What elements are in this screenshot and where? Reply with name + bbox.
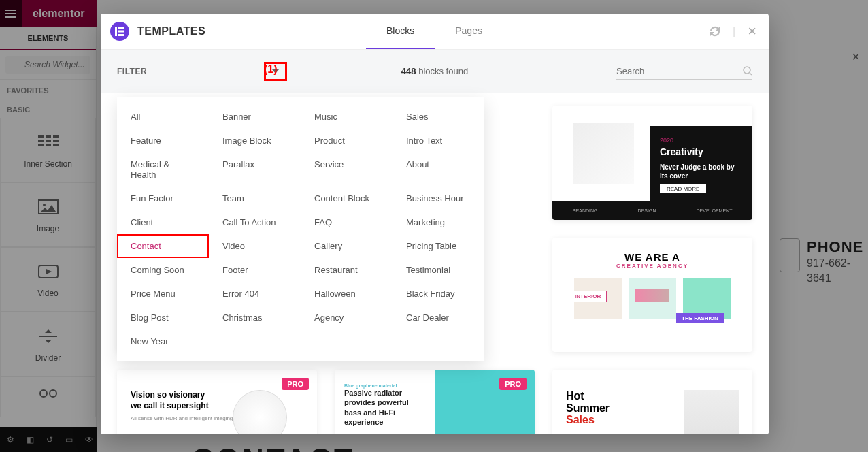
card-title: Passive radiator provides powerful bass … [344,388,419,427]
filter-option[interactable]: About [393,152,484,187]
template-card[interactable]: PRO Vision so visionary we call it super… [117,370,317,434]
svg-rect-23 [115,27,117,36]
filter-option[interactable]: Business Hour [393,187,484,210]
card-year: 2020 [660,137,743,144]
filter-option[interactable]: Call To Action [209,210,301,234]
filter-option[interactable]: Testimonial [393,258,484,282]
card-button: READ MORE [660,184,706,193]
filter-option[interactable]: Product [301,129,393,152]
filter-option[interactable]: Content Block [301,187,393,210]
filter-bar: FILTER (1) 448 blocks found [101,50,769,93]
filter-option[interactable]: Client [117,210,209,234]
filter-option[interactable]: Team [209,187,301,210]
card-title: Creativity [660,146,743,157]
filter-option[interactable]: Banner [209,105,301,129]
template-search [616,63,752,80]
filter-option[interactable]: Medical & Health [117,152,209,187]
filter-option[interactable]: Error 404 [209,282,301,306]
tag: THE FASHION [676,313,724,323]
filter-option[interactable]: Gallery [301,234,393,258]
card-subtitle: CREATIVE AGENCY [566,263,739,269]
search-icon[interactable] [743,66,752,76]
filter-option[interactable]: Intro Text [393,129,484,152]
modal-title: TEMPLATES [137,25,205,37]
template-card[interactable]: HotSummerSales [552,370,752,434]
svg-point-27 [744,67,750,74]
filter-option[interactable]: Feature [117,129,209,152]
card-title: Vision so visionary we call it supersigh… [131,390,212,411]
filter-dropdown-menu: AllBannerMusicSalesFeatureImage BlockPro… [117,97,484,361]
tab-pages[interactable]: Pages [435,14,503,49]
search-input[interactable] [616,66,743,76]
modal-header: TEMPLATES Blocks Pages | × [101,14,769,50]
filter-option[interactable]: Christmas [209,306,301,329]
card-cat: Blue graphene material [344,383,525,388]
model-image [684,390,739,434]
templates-modal: TEMPLATES Blocks Pages | × FILTER (1) 44… [101,14,769,434]
filter-option[interactable]: Restaurant [301,258,393,282]
filter-option[interactable]: All [117,105,209,129]
modal-actions: | × [710,22,756,40]
modal-tabs: Blocks Pages [366,14,503,49]
filter-option[interactable]: FAQ [301,210,393,234]
filter-option[interactable]: Car Dealer [393,306,484,329]
filter-option[interactable]: Blog Post [117,306,209,329]
filter-option[interactable]: Agency [301,306,393,329]
sync-icon[interactable] [710,26,720,37]
filter-option[interactable]: Coming Soon [117,258,209,282]
filter-option[interactable]: Fun Factor [117,187,209,210]
filter-label: FILTER [117,67,147,76]
filter-option[interactable]: Service [301,152,393,187]
filter-option[interactable]: Sales [393,105,484,129]
card-subtitle: Never Judge a book by its cover [660,163,743,180]
svg-rect-26 [118,34,124,36]
close-icon[interactable]: × [748,22,756,40]
annotation-1: (1) [264,63,278,76]
filter-option[interactable]: New Year [117,329,209,353]
svg-rect-24 [118,27,124,29]
results-count: 448 blocks found [401,66,468,76]
template-card[interactable]: WE ARE A CREATIVE AGENCY INTERIOR THE FA… [552,238,752,352]
filter-option[interactable]: Price Menu [117,282,209,306]
filter-option[interactable]: Music [301,105,393,129]
filter-option[interactable]: Image Block [209,129,301,152]
filter-option[interactable]: Black Friday [393,282,484,306]
template-card[interactable]: 2020 Creativity Never Judge a book by it… [552,106,752,220]
card-subtitle: All sense with HDR and intelligent imagi… [131,415,233,421]
device-icon [233,390,287,434]
filter-option[interactable]: Marketing [393,210,484,234]
filter-option[interactable]: Footer [209,258,301,282]
filter-option[interactable]: Parallax [209,152,301,187]
filter-option[interactable]: Contact [117,234,209,258]
card-title: WE ARE A [566,251,739,263]
elementor-logo-icon [110,22,129,41]
filter-option[interactable]: Pricing Table [393,234,484,258]
tag: INTERIOR [569,291,607,302]
pro-badge: PRO [499,378,527,390]
template-card[interactable]: PRO Blue graphene material Passive radia… [335,370,535,434]
pro-badge: PRO [282,378,309,390]
filter-option[interactable]: Video [209,234,301,258]
svg-rect-25 [118,31,124,33]
filter-option[interactable]: Halloween [301,282,393,306]
tab-blocks[interactable]: Blocks [366,14,435,49]
